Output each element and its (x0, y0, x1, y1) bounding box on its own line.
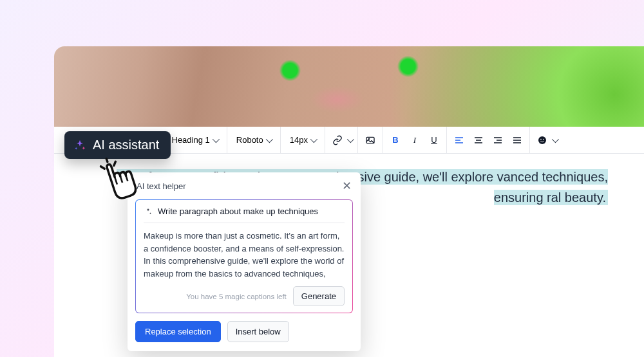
size-label: 14px (290, 135, 308, 145)
font-label: Roboto (236, 135, 263, 145)
insert-below-button[interactable]: Insert below (227, 321, 289, 342)
sparkle-icon (73, 139, 86, 152)
svg-point-15 (540, 138, 542, 140)
heading-select[interactable]: Heading 1 (168, 135, 222, 145)
captions-hint: You have 5 magic captions left (186, 293, 287, 300)
replace-selection-button[interactable]: Replace selection (135, 321, 221, 342)
popup-header: AI text helper ✕ (128, 172, 361, 197)
ai-helper-popup: AI text helper ✕ Write paragraph about m… (128, 172, 361, 351)
svg-line-22 (113, 161, 117, 165)
svg-line-20 (101, 165, 105, 169)
underline-button[interactable]: U (424, 131, 444, 150)
font-group: Roboto (227, 127, 281, 153)
chevron-down-icon (347, 135, 354, 142)
generate-button[interactable]: Generate (293, 286, 345, 306)
align-group (447, 127, 530, 153)
italic-button[interactable]: I (405, 131, 424, 150)
generated-text: Makeup is more than just a cosmetic. It'… (144, 223, 345, 284)
emoji-group (530, 127, 560, 153)
image-button[interactable] (361, 131, 380, 150)
cover-image (54, 46, 644, 127)
emoji-button[interactable] (533, 131, 552, 150)
close-button[interactable]: ✕ (342, 180, 352, 192)
prompt-container: Write paragraph about make up techniques… (135, 199, 353, 313)
chevron-down-icon (310, 135, 317, 142)
font-select[interactable]: Roboto (232, 135, 275, 145)
svg-line-21 (106, 159, 108, 162)
chevron-down-icon (552, 135, 559, 142)
popup-actions: Replace selection Insert below (128, 318, 361, 351)
svg-point-14 (538, 136, 546, 144)
pointer-cursor-icon (90, 152, 146, 207)
link-button[interactable] (328, 131, 347, 150)
sparkle-icon (144, 207, 153, 216)
bold-button[interactable]: B (386, 131, 405, 150)
align-justify-button[interactable] (507, 131, 527, 150)
heading-label: Heading 1 (172, 135, 210, 145)
svg-point-1 (368, 138, 369, 139)
svg-point-16 (543, 138, 544, 140)
ai-assistant-label: AI assistant (93, 138, 159, 152)
size-group: 14px (281, 127, 325, 153)
align-right-button[interactable] (488, 131, 507, 150)
generate-footer: You have 5 magic captions left Generate (144, 286, 345, 306)
chevron-down-icon (265, 135, 272, 142)
style-group: B I U (383, 127, 447, 153)
chevron-down-icon (213, 135, 220, 142)
image-group (358, 127, 383, 153)
prompt-text: Write paragraph about make up techniques (158, 206, 318, 216)
link-group (325, 127, 358, 153)
prompt-input-row[interactable]: Write paragraph about make up techniques (144, 206, 345, 223)
align-center-button[interactable] (469, 131, 488, 150)
size-select[interactable]: 14px (286, 135, 319, 145)
align-left-button[interactable] (450, 131, 469, 150)
